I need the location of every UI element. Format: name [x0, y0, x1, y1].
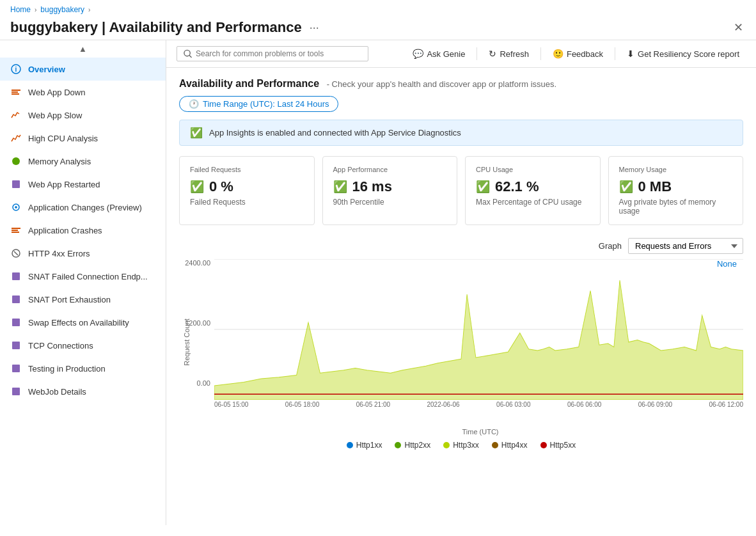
sidebar-item-swap-effects[interactable]: Swap Effects on Availability: [0, 311, 166, 334]
sidebar-item-web-app-restarted[interactable]: Web App Restarted: [0, 173, 166, 196]
graph-label: Graph: [599, 241, 622, 251]
metric-number-3: 0 MB: [638, 178, 672, 195]
header: Home › buggybakery › buggybakery | Avail…: [0, 0, 756, 40]
x-tick-label: 06-06 09:00: [638, 401, 672, 408]
svg-line-20: [189, 56, 191, 58]
sidebar-item-overview[interactable]: i Overview: [0, 58, 166, 81]
sidebar-item-high-cpu[interactable]: High CPU Analysis: [0, 127, 166, 150]
sidebar-label-web-app-slow: Web App Slow: [28, 111, 82, 120]
x-axis-title: Time (UTC): [217, 428, 743, 436]
x-tick-label: 06-06 03:00: [496, 401, 530, 408]
main-panel: 💬 Ask Genie ↻ Refresh 🙂 Feedback ⬇ Get R…: [166, 40, 756, 525]
legend-label-http4xx: Http4xx: [501, 441, 528, 450]
separator1: [476, 47, 477, 60]
svg-rect-18: [12, 388, 20, 395]
sidebar-item-memory[interactable]: Memory Analysis: [0, 150, 166, 173]
sidebar-icon-memory: [10, 155, 22, 167]
toolbar: 💬 Ask Genie ↻ Refresh 🙂 Feedback ⬇ Get R…: [166, 40, 756, 68]
sidebar-label-web-app-down: Web App Down: [28, 88, 85, 97]
sidebar-item-testing-production[interactable]: Testing in Production: [0, 357, 166, 380]
sidebar-item-web-app-down[interactable]: Web App Down: [0, 81, 166, 104]
metric-label-3: Memory Usage: [619, 166, 733, 173]
sidebar-label-webjob-details: WebJob Details: [28, 387, 86, 397]
sidebar-icon-tcp-connections: [10, 340, 22, 351]
chart-svg-container: [214, 259, 743, 400]
x-axis: 06-05 15:0006-05 18:0006-05 21:002022-06…: [214, 401, 743, 408]
sidebar-label-snat-port: SNAT Port Exhaustion: [28, 295, 111, 304]
metric-number-0: 0 %: [209, 178, 233, 195]
feedback-icon: 🙂: [553, 49, 563, 59]
sidebar-item-app-changes[interactable]: Application Changes (Preview): [0, 196, 166, 219]
sidebar-scroll-up[interactable]: ▲: [0, 40, 166, 58]
legend-label-http2xx: Http2xx: [404, 441, 430, 450]
y-tick-bottom: 0.00: [197, 379, 210, 387]
svg-rect-8: [12, 228, 20, 229]
sidebar-item-tcp-connections[interactable]: TCP Connections: [0, 334, 166, 357]
sidebar-label-http-4xx: HTTP 4xx Errors: [28, 249, 90, 258]
refresh-label: Refresh: [500, 49, 529, 59]
sidebar-item-web-app-slow[interactable]: Web App Slow: [0, 104, 166, 127]
svg-point-5: [12, 157, 20, 165]
chart-svg: [214, 259, 743, 400]
metric-check-icon: ✅: [333, 180, 347, 194]
breadcrumb-home[interactable]: Home: [10, 5, 31, 14]
metric-number-1: 16 ms: [352, 178, 392, 195]
sidebar-label-memory: Memory Analysis: [28, 157, 91, 166]
get-report-button[interactable]: ⬇ Get Resiliency Score report: [620, 45, 746, 62]
svg-rect-3: [12, 91, 18, 93]
section-header: Availability and Performance - Check you…: [179, 78, 743, 90]
sidebar-item-app-crashes[interactable]: Application Crashes: [0, 219, 166, 242]
sidebar: ▲ i Overview Web App Down Web App Slow H…: [0, 40, 166, 525]
legend-item-http4xx: Http4xx: [492, 441, 528, 450]
feedback-button[interactable]: 🙂 Feedback: [546, 45, 610, 62]
sidebar-item-http-4xx[interactable]: HTTP 4xx Errors: [0, 242, 166, 265]
sidebar-icon-app-crashes: [10, 225, 22, 236]
close-button[interactable]: ✕: [731, 18, 746, 37]
toolbar-actions: 💬 Ask Genie ↻ Refresh 🙂 Feedback ⬇ Get R…: [406, 45, 746, 62]
search-icon: [184, 49, 192, 58]
content-area: Availability and Performance - Check you…: [166, 68, 756, 525]
legend-dot-http1xx: [347, 442, 353, 448]
metric-label-1: App Performance: [333, 166, 447, 173]
metric-desc-1: 90th Percentile: [333, 198, 447, 207]
check-icon: ✅: [190, 127, 203, 139]
sidebar-item-webjob-details[interactable]: WebJob Details: [0, 380, 166, 403]
metric-check-icon: ✅: [190, 180, 204, 194]
ask-genie-label: Ask Genie: [427, 49, 465, 59]
chart-container: None 2400.00 1200.00 0.00: [179, 259, 743, 425]
sidebar-label-overview: Overview: [28, 65, 65, 74]
time-range-button[interactable]: 🕐 Time Range (UTC): Last 24 Hours: [179, 96, 338, 112]
sidebar-item-snat-failed[interactable]: SNAT Failed Connection Endp...: [0, 265, 166, 288]
svg-rect-16: [12, 342, 20, 349]
sidebar-item-snat-port[interactable]: SNAT Port Exhaustion: [0, 288, 166, 311]
metric-desc-0: Failed Requests: [190, 198, 304, 207]
graph-select[interactable]: Requests and ErrorsCPU UsageMemory Usage: [628, 238, 743, 254]
time-range-label: Time Range (UTC): Last 24 Hours: [203, 99, 329, 109]
metric-value-1: ✅ 16 ms: [333, 178, 447, 195]
title-dots-menu[interactable]: ···: [310, 21, 319, 35]
legend-dot-http3xx: [443, 442, 450, 448]
metric-number-2: 62.1 %: [495, 178, 539, 195]
sidebar-icon-high-cpu: [10, 132, 22, 144]
x-tick-label: 06-05 15:00: [214, 401, 248, 408]
ask-genie-button[interactable]: 💬 Ask Genie: [406, 45, 471, 62]
info-banner-text: App Insights is enabled and connected wi…: [209, 128, 461, 138]
metric-value-2: ✅ 62.1 %: [476, 178, 590, 195]
search-box[interactable]: [177, 46, 368, 61]
search-input[interactable]: [196, 49, 361, 58]
svg-rect-4: [12, 93, 19, 95]
metric-card-0: Failed Requests ✅ 0 % Failed Requests: [179, 156, 315, 225]
separator3: [615, 47, 615, 60]
svg-marker-24: [214, 280, 743, 400]
metric-check-icon: ✅: [619, 180, 633, 194]
refresh-button[interactable]: ↻ Refresh: [482, 45, 535, 62]
ask-genie-icon: 💬: [413, 49, 423, 59]
breadcrumb-app[interactable]: buggybakery: [40, 5, 84, 14]
sidebar-label-high-cpu: High CPU Analysis: [28, 134, 98, 143]
clock-icon: 🕐: [189, 99, 199, 109]
x-tick-label: 06-06 12:00: [709, 401, 743, 408]
sidebar-label-testing-production: Testing in Production: [28, 364, 106, 374]
sidebar-icon-http-4xx: [10, 248, 22, 259]
svg-rect-10: [12, 232, 19, 233]
y-tick-top: 2400.00: [185, 259, 210, 267]
